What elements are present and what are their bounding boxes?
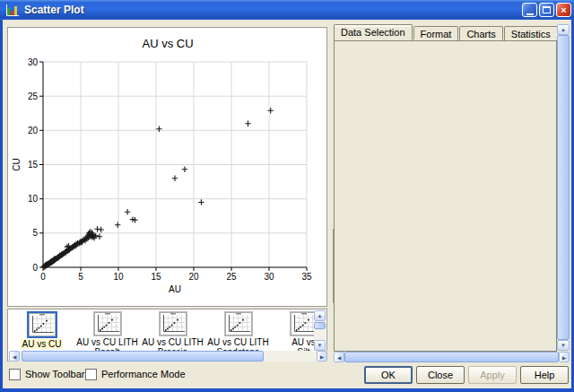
chart-thumbnail-au-vs-cu[interactable]: AU vs CU <box>9 309 74 351</box>
scroll-down-icon[interactable]: ▼ <box>557 340 570 351</box>
tab-format[interactable]: Format <box>413 26 459 40</box>
chart-thumbnail-au-vs-cu-lith-basalt[interactable]: AU vs CU LITHBasalt <box>74 309 140 351</box>
svg-text:10: 10 <box>113 272 124 282</box>
thumbnail-vscrollbar[interactable]: ▲ ▼ <box>314 310 326 351</box>
tab-charts[interactable]: Charts <box>459 26 502 40</box>
apply-button[interactable]: Apply <box>468 366 517 384</box>
window-title: Scatter Plot <box>24 4 84 16</box>
scroll-left-icon[interactable]: ◀ <box>9 351 20 362</box>
scroll-left-icon[interactable]: ◀ <box>334 352 344 362</box>
panel-hscrollbar[interactable]: ◀ ▶ <box>334 352 570 362</box>
tab-page-data-selection <box>334 40 557 352</box>
thumbnail-label: AU vs CU LITH <box>74 337 140 347</box>
show-toolbar-checkbox[interactable] <box>9 369 21 380</box>
thumbnail-hscrollbar[interactable]: ◀ ▶ <box>9 351 327 362</box>
svg-text:30: 30 <box>28 57 39 67</box>
tab-statistics[interactable]: Statistics <box>504 26 558 40</box>
close-button[interactable]: Close <box>416 366 465 384</box>
chart-thumbnail-au-vs-silt[interactable]: AU vsSilt <box>271 309 315 351</box>
scroll-thumb[interactable] <box>22 351 264 362</box>
thumbnail-label: AU vs <box>271 337 315 347</box>
show-toolbar-label: Show Toolbar <box>25 369 84 380</box>
close-button[interactable]: × <box>556 3 571 17</box>
help-button[interactable]: Help <box>520 366 569 384</box>
svg-text:25: 25 <box>226 272 237 282</box>
maximize-button[interactable] <box>539 3 554 17</box>
window-border <box>0 20 3 392</box>
tab-bar: Data SelectionFormatChartsStatistics <box>334 24 559 40</box>
scroll-thumb[interactable] <box>314 322 326 329</box>
window-border <box>0 388 574 392</box>
svg-text:CU: CU <box>12 158 22 170</box>
thumbnail-label: AU vs CU LITH <box>140 337 205 347</box>
scatter-chart: AU vs CU05101520253035051015202530AUCU <box>8 28 326 308</box>
scroll-up-icon[interactable]: ▲ <box>557 24 570 35</box>
svg-text:AU: AU <box>169 284 181 294</box>
ok-button[interactable]: OK <box>364 366 413 384</box>
panel-vscrollbar[interactable]: ▲ ▼ <box>557 24 570 351</box>
svg-text:0: 0 <box>40 272 46 282</box>
svg-text:25: 25 <box>28 91 39 101</box>
close-icon: × <box>561 4 566 15</box>
scroll-right-icon[interactable]: ▶ <box>559 352 570 362</box>
svg-text:20: 20 <box>188 272 199 282</box>
scroll-thumb[interactable] <box>344 352 559 362</box>
mini-chart-icon <box>290 311 316 336</box>
svg-text:20: 20 <box>28 126 39 135</box>
maximize-icon <box>543 6 551 13</box>
svg-text:5: 5 <box>32 228 38 238</box>
chart-thumbnail-au-vs-cu-lith-sandstone[interactable]: AU vs CU LITHSandstone <box>205 309 271 351</box>
thumbnail-label: AU vs CU LITH <box>205 337 271 347</box>
mini-chart-icon <box>224 311 253 336</box>
performance-mode-label: Performance Mode <box>101 369 186 380</box>
scroll-thumb[interactable] <box>557 35 570 340</box>
app-icon <box>5 4 20 17</box>
mini-chart-icon <box>27 311 57 338</box>
svg-text:5: 5 <box>78 272 83 282</box>
chart-thumbnail-au-vs-cu-lith-breccia[interactable]: AU vs CU LITHBreccia <box>140 309 205 351</box>
mini-chart-icon <box>93 311 122 336</box>
titlebar[interactable]: Scatter Plot × <box>0 0 574 20</box>
footer-buttons: OKCloseApplyHelp <box>364 366 569 384</box>
scroll-right-icon[interactable]: ▶ <box>317 351 327 362</box>
svg-text:30: 30 <box>264 272 274 282</box>
svg-text:35: 35 <box>301 272 312 282</box>
scroll-down-icon[interactable]: ▼ <box>314 340 326 351</box>
minimize-button[interactable] <box>522 3 537 17</box>
svg-text:15: 15 <box>28 160 39 170</box>
scroll-up-icon[interactable]: ▲ <box>314 310 326 321</box>
svg-text:10: 10 <box>28 194 39 204</box>
performance-mode-checkbox[interactable] <box>85 369 97 380</box>
scatter-chart-panel: AU vs CU05101520253035051015202530AUCU <box>7 27 327 307</box>
minimize-icon <box>526 13 534 15</box>
scatter-plot-dialog: Scatter Plot × AU vs CU05101520253035051… <box>0 0 574 392</box>
thumbnail-label: AU vs CU <box>21 339 64 349</box>
tab-data-selection[interactable]: Data Selection <box>334 24 413 40</box>
svg-text:15: 15 <box>151 272 161 282</box>
chart-thumbnail-strip: AU vs CUAU vs CU LITHBasaltAU vs CU LITH… <box>7 309 327 362</box>
svg-text:AU vs CU: AU vs CU <box>142 37 193 50</box>
svg-text:0: 0 <box>32 263 38 273</box>
mini-chart-icon <box>159 311 187 336</box>
